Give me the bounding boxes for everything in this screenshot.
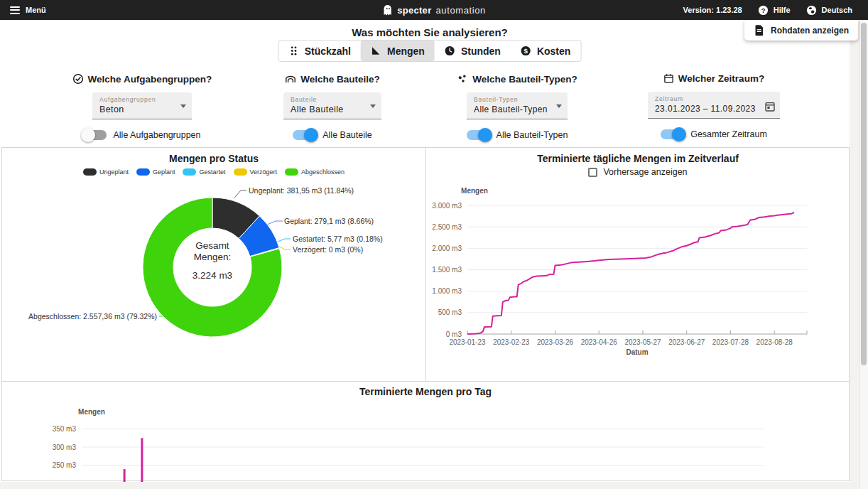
donut-label-abgeschlossen: Abgeschlossen: 2.557,36 m3 (79.32%) [28,312,157,321]
svg-text:2023-08-28: 2023-08-28 [756,338,793,346]
brand-name-light: automation [436,5,486,16]
tab-stunden[interactable]: Stunden [435,41,511,61]
bar-chart[interactable]: Mengen 350 m3300 m3250 m3 [2,382,849,482]
topbar: Menü specterautomation Version: 1.23.28 … [0,0,868,20]
select-value: Alle Bauteile [291,104,364,114]
gesamter-zeitraum-toggle[interactable] [661,129,684,139]
charts-container: Mengen pro Status Ungeplant Geplant Gest… [1,147,850,481]
svg-text:$: $ [524,47,528,55]
filter-heading: Welche Aufgabengruppen? [72,73,212,85]
filter-heading: Welche Bauteile? [285,73,380,85]
menu-label: Menü [26,6,46,14]
donut-label-gestartet: Gestartet: 5,77 m3 (0.18%) [293,235,383,243]
svg-text:2023-02-23: 2023-02-23 [493,338,530,346]
filter-group-aufgabengruppen: Welche Aufgabengruppen? Aufgabengruppen … [71,73,213,140]
tab-label: Kosten [537,45,570,57]
bauteile-select[interactable]: Bauteile Alle Bauteile [283,92,381,119]
clock-icon [445,45,455,56]
select-label: Bauteile [291,96,364,103]
svg-text:2023-01-23: 2023-01-23 [449,338,486,346]
filter-question: Welche Aufgabengruppen? [88,74,212,85]
svg-text:350 m3: 350 m3 [53,425,77,433]
chevron-down-icon [556,104,562,108]
calendar-icon [663,73,674,84]
aufgabengruppen-select[interactable]: Aufgabengruppen Beton [92,92,192,119]
raw-data-label: Rohdaten anzeigen [771,26,849,36]
triangle-icon [371,45,381,56]
hamburger-icon [10,6,20,14]
chevron-down-icon [180,104,186,108]
component-dots-icon [457,73,468,85]
alle-bauteile-toggle[interactable] [293,130,316,140]
filter-question: Welche Bauteil-Typen? [472,74,577,85]
analyze-tabbar: Stückzahl Mengen Stunden $ Kosten [278,40,582,62]
select-label: Bauteil-Typen [474,96,550,103]
select-value: Beton [99,104,175,114]
tab-kosten[interactable]: $ Kosten [511,41,580,61]
dollar-icon: $ [521,45,531,56]
filter-group-zeitraum: Welcher Zeitraum? Zeitraum 23.01.2023 – … [643,73,785,139]
tab-stueckzahl[interactable]: Stückzahl [279,41,361,61]
toggle-label: Alle Bauteil-Typen [497,130,568,140]
select-label: Aufgabengruppen [99,96,175,103]
alle-bauteil-typen-toggle[interactable] [467,130,490,140]
bauteil-typen-select[interactable]: Bauteil-Typen Alle Bauteil-Typen [467,92,568,119]
alle-aufgabengruppen-toggle[interactable] [83,130,107,140]
donut-label-ungeplant: Ungeplant: 381,95 m3 (11.84%) [249,186,354,195]
svg-text:0 m3: 0 m3 [446,331,462,338]
toggle-label: Alle Bauteile [322,130,372,140]
page-gutter [850,20,859,489]
svg-text:1.500 m3: 1.500 m3 [432,266,462,274]
brand-logo: specterautomation [382,0,486,20]
language-button[interactable]: Deutsch [806,5,852,16]
ghost-icon [382,4,393,16]
svg-text:3.000 m3: 3.000 m3 [432,202,462,210]
x-axis-title: Datum [626,348,648,356]
svg-text:2.000 m3: 2.000 m3 [432,244,462,252]
language-label: Deutsch [822,6,852,14]
donut-label-geplant: Geplant: 279,1 m3 (8.66%) [284,217,374,225]
select-label: Zeitraum [655,95,763,102]
tab-label: Stückzahl [305,45,351,57]
menu-button[interactable]: Menü [0,0,56,20]
globe-icon [806,5,817,16]
document-icon [754,24,764,36]
svg-text:2023-06-27: 2023-06-27 [668,338,705,346]
donut-chart-panel: Mengen pro Status Ungeplant Geplant Gest… [2,148,425,381]
svg-text:300 m3: 300 m3 [53,444,77,451]
svg-text:2023-05-27: 2023-05-27 [624,338,661,346]
check-circle-icon [72,73,84,85]
bar-chart-panel: Terminierte Mengen pro Tag Mengen 350 m3… [2,381,849,481]
brand-name-bold: specter [397,5,431,16]
y-axis-title: Mengen [78,408,105,416]
calendar-picker-button[interactable] [764,101,776,112]
svg-text:2.500 m3: 2.500 m3 [432,223,462,231]
tab-mengen[interactable]: Mengen [361,41,435,61]
scrollbar-thumb[interactable] [861,23,867,365]
donut-total: 3.224 m3 [170,270,255,281]
calendar-today-icon [764,101,776,112]
svg-text:2023-03-26: 2023-03-26 [537,338,574,346]
tab-label: Mengen [387,45,425,57]
select-value: Alle Bauteil-Typen [474,104,550,114]
chevron-down-icon [370,104,376,108]
filter-question: Welche Bauteile? [300,74,380,85]
svg-text:2023-04-26: 2023-04-26 [581,338,618,346]
filter-heading: Welcher Zeitraum? [663,73,764,84]
page-question: Was möchten Sie analysieren? [0,26,859,38]
date-range-value: 23.01.2023 – 11.09.2023 [655,104,763,114]
help-label: Hilfe [774,6,791,14]
svg-text:1.000 m3: 1.000 m3 [432,287,462,295]
tab-label: Stunden [461,45,501,57]
zeitraum-field[interactable]: Zeitraum 23.01.2023 – 11.09.2023 [648,92,780,119]
toggle-label: Alle Aufgabengruppen [113,130,200,140]
line-chart-panel: Terminierte tägliche Mengen im Zeitverla… [425,148,850,381]
filter-group-bauteile: Welche Bauteile? Bauteile Alle Bauteile … [268,73,396,140]
filter-group-bauteil-typen: Welche Bauteil-Typen? Bauteil-Typen Alle… [452,73,582,140]
raw-data-button[interactable]: Rohdaten anzeigen [744,20,858,41]
svg-text:500 m3: 500 m3 [438,308,462,316]
line-chart[interactable]: Mengen Datum 0 m3500 m31.000 m31.500 m32… [426,148,850,381]
help-button[interactable]: ? Hilfe [758,5,791,16]
donut-label-verzoegert: Verzögert: 0 m3 (0%) [293,245,363,254]
bridge-icon [285,73,296,85]
